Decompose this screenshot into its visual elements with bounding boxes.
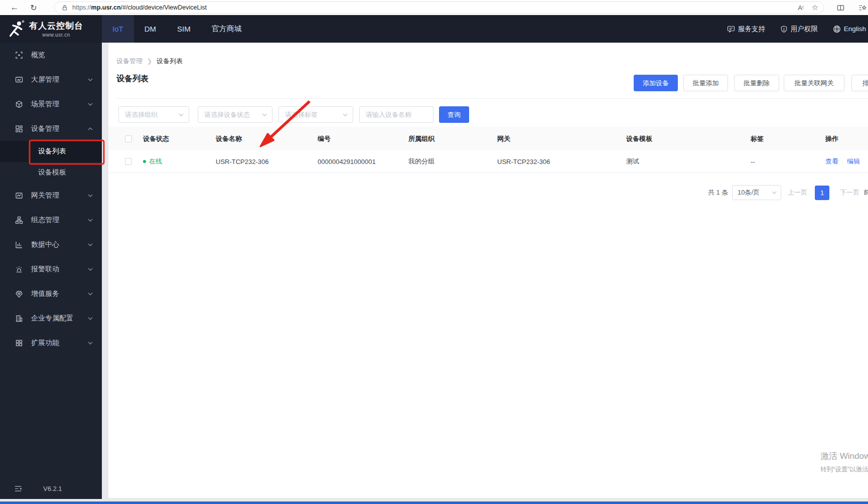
tab-mall[interactable]: 官方商城 bbox=[201, 15, 252, 43]
column-header-name: 设备名称 bbox=[216, 134, 318, 143]
browser-reload-icon[interactable]: ↻ bbox=[26, 1, 41, 14]
chevron-down-icon bbox=[262, 113, 267, 116]
chevron-down-icon bbox=[88, 268, 93, 271]
page-size-select[interactable]: 10条/页 bbox=[732, 185, 781, 200]
sidebar: 概览 大屏管理 场景管理 设备管理 设备列表 设备模板 网关管理 组态管理 数据… bbox=[0, 43, 102, 499]
gateway-icon bbox=[15, 192, 23, 200]
sidebar-subitem-device-template[interactable]: 设备模板 bbox=[0, 162, 102, 183]
sidebar-subitem-device-list[interactable]: 设备列表 bbox=[0, 141, 102, 162]
sidebar-item-extension[interactable]: 扩展功能 bbox=[0, 330, 102, 355]
column-header-template: 设备模板 bbox=[626, 134, 751, 143]
chevron-down-icon bbox=[343, 113, 348, 116]
page-title: 设备列表 bbox=[116, 74, 149, 84]
overview-icon bbox=[15, 51, 23, 59]
globe-icon bbox=[833, 25, 841, 33]
sidebar-item-gateway[interactable]: 网关管理 bbox=[0, 183, 102, 208]
org-select[interactable]: 请选择组织 bbox=[118, 106, 189, 123]
row-checkbox[interactable] bbox=[125, 158, 132, 165]
edit-link[interactable]: 编辑 bbox=[847, 157, 860, 166]
sidebar-item-vas[interactable]: 增值服务 bbox=[0, 281, 102, 306]
extension-icon bbox=[15, 339, 23, 347]
column-header-code: 编号 bbox=[318, 134, 408, 143]
device-status-select[interactable]: 请选择设备状态 bbox=[198, 106, 272, 123]
tab-dm[interactable]: DM bbox=[134, 15, 167, 43]
tab-sim[interactable]: SIM bbox=[167, 15, 201, 43]
sidebar-item-overview[interactable]: 概览 bbox=[0, 43, 102, 67]
device-name-input[interactable] bbox=[359, 106, 433, 123]
screen-icon bbox=[15, 76, 23, 84]
sidebar-item-enterprise[interactable]: 企业专属配置 bbox=[0, 306, 102, 330]
browser-back-icon[interactable]: ← bbox=[7, 1, 22, 14]
sidebar-item-config[interactable]: 组态管理 bbox=[0, 208, 102, 232]
user-permission-link[interactable]: 用户权限 bbox=[780, 25, 818, 34]
column-header-action: 操作 bbox=[825, 134, 868, 143]
breadcrumb: 设备管理 ❯ 设备列表 bbox=[116, 57, 183, 66]
table-row: 在线 USR-TCP232-306 0000004291000001 我的分组 … bbox=[108, 150, 868, 173]
language-switch[interactable]: English bbox=[833, 25, 866, 33]
chevron-down-icon bbox=[88, 103, 93, 106]
online-dot-icon bbox=[143, 160, 146, 163]
collapse-sidebar-icon[interactable] bbox=[14, 485, 22, 492]
chevron-down-icon bbox=[88, 78, 93, 81]
pagination-next[interactable]: 下一页 bbox=[840, 185, 859, 200]
breadcrumb-current: 设备列表 bbox=[157, 57, 183, 66]
pagination-total: 共 1 条 bbox=[708, 185, 728, 200]
breadcrumb-parent[interactable]: 设备管理 bbox=[116, 57, 142, 66]
device-name-cell: USR-TCP232-306 bbox=[216, 158, 318, 165]
batch-add-button[interactable]: 批量添加 bbox=[683, 75, 728, 91]
alarm-icon bbox=[15, 265, 23, 273]
scene-icon bbox=[15, 100, 23, 108]
bottom-edge-bar bbox=[0, 501, 868, 504]
data-icon bbox=[15, 241, 23, 249]
sidebar-footer: V6.2.1 bbox=[0, 481, 102, 495]
search-button[interactable]: 查询 bbox=[439, 106, 469, 123]
sidebar-item-data-center[interactable]: 数据中心 bbox=[0, 232, 102, 257]
config-icon bbox=[15, 216, 23, 224]
view-link[interactable]: 查看 bbox=[825, 157, 838, 166]
tag-select[interactable]: 请选择标签 bbox=[278, 106, 353, 123]
column-header-org: 所属组织 bbox=[408, 134, 497, 143]
brand-title: 有人云控制台 bbox=[29, 20, 83, 32]
url-text: https://mp.usr.cn/#/cloud/device/ViewDev… bbox=[72, 4, 207, 11]
chevron-down-icon bbox=[88, 243, 93, 246]
top-nav: IoT DM SIM 官方商城 bbox=[102, 15, 252, 43]
device-code-cell: 0000004291000001 bbox=[318, 158, 408, 165]
chevron-down-icon bbox=[88, 194, 93, 197]
address-bar[interactable]: https://mp.usr.cn/#/cloud/device/ViewDev… bbox=[54, 2, 824, 14]
chevron-down-icon bbox=[179, 113, 184, 116]
add-device-button[interactable]: 添加设备 bbox=[634, 75, 678, 91]
tab-iot[interactable]: IoT bbox=[102, 15, 134, 43]
chat-icon bbox=[727, 25, 735, 33]
select-all-checkbox[interactable] bbox=[125, 135, 132, 142]
sidebar-item-scene[interactable]: 场景管理 bbox=[0, 92, 102, 116]
device-gateway-cell: USR-TCP232-306 bbox=[497, 158, 626, 165]
runner-logo-icon bbox=[7, 20, 25, 38]
column-header-status: 设备状态 bbox=[143, 134, 216, 143]
read-aloud-icon[interactable]: A⦅ bbox=[798, 4, 803, 12]
device-template-cell: 测试 bbox=[626, 157, 751, 166]
sort-button[interactable]: 排序 bbox=[851, 75, 868, 91]
service-support-link[interactable]: 服务支持 bbox=[727, 25, 765, 34]
content-area: 设备管理 ❯ 设备列表 设备列表 添加设备 批量添加 批量删除 批量关联网关 排… bbox=[108, 43, 868, 498]
sidebar-item-screen[interactable]: 大屏管理 bbox=[0, 67, 102, 92]
favorite-star-icon[interactable]: ☆ bbox=[812, 3, 818, 12]
chevron-down-icon bbox=[88, 317, 93, 320]
chevron-down-icon bbox=[772, 191, 777, 194]
device-icon bbox=[15, 125, 23, 133]
chevron-down-icon bbox=[88, 292, 93, 295]
pagination-jump: 前往 bbox=[863, 185, 868, 200]
pagination-prev[interactable]: 上一页 bbox=[788, 185, 807, 200]
favorites-bar-icon[interactable] bbox=[856, 1, 868, 14]
status-badge: 在线 bbox=[143, 157, 216, 166]
batch-link-gateway-button[interactable]: 批量关联网关 bbox=[784, 75, 844, 91]
sidebar-item-alarm[interactable]: 报警联动 bbox=[0, 257, 102, 281]
sidebar-item-device[interactable]: 设备管理 bbox=[0, 116, 102, 141]
chevron-down-icon bbox=[88, 219, 93, 222]
column-header-gateway: 网关 bbox=[497, 134, 626, 143]
device-tag-cell: -- bbox=[751, 158, 825, 165]
batch-delete-button[interactable]: 批量删除 bbox=[734, 75, 779, 91]
header-right: 服务支持 用户权限 English bbox=[727, 15, 868, 43]
pagination-page-1[interactable]: 1 bbox=[815, 186, 829, 200]
brand-logo[interactable]: 有人云控制台 www.usr.cn bbox=[0, 15, 102, 43]
split-screen-icon[interactable] bbox=[834, 1, 847, 14]
